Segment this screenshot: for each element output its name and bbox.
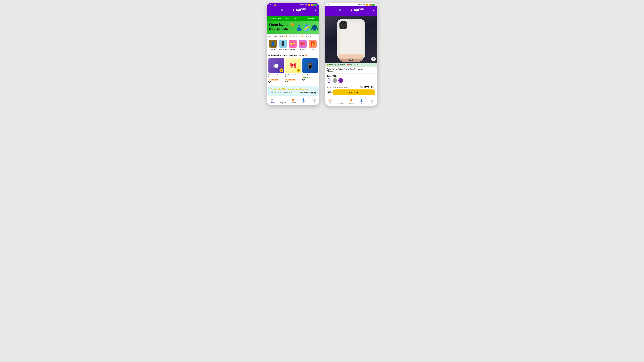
search-button-1[interactable]: 🔍 (281, 9, 284, 12)
nav-categories-1: Women Men Jewelry Home Beauty Electronic… (267, 16, 319, 20)
product-card-1[interactable]: 🍽️ + Purple Table Runner, S... 🔥 Crazy l… (268, 58, 284, 83)
product-card-2[interactable]: 🎀 + 1" x 25 Yards Red Ribb... 🔥 Crazy lo… (285, 58, 301, 83)
detail-price: $399 (327, 91, 331, 94)
strip-text2: 😍 Only 10 left (347, 64, 358, 65)
cart-label-2: Cart (371, 103, 373, 104)
unlock-badge-amount: $25 (371, 86, 374, 88)
action-bar: Add $25 to unlock free shipping FREE SHI… (325, 84, 377, 97)
category-icons-row: 👗 New in 📱 Social faves 💝 Tiny treats 🎀 … (267, 38, 319, 52)
categories-label-2: Categories (337, 103, 344, 104)
lens-4 (343, 26, 344, 28)
nav-electronics[interactable]: Electronics (306, 17, 317, 19)
haul-logo-1: haul beta ⌒ (293, 7, 306, 14)
nav-cart-btn-2[interactable]: 🛒 Cart (369, 99, 376, 104)
expand-icon[interactable]: ⌄ (374, 69, 376, 71)
nav-categories-btn[interactable]: ⠿ Categories (279, 98, 286, 103)
hero-banner: Warm layers. 🧡 Cool prices. 👗🎽🧥 (267, 20, 319, 34)
product-badge-2: 🔥 Crazy low (285, 79, 295, 81)
battery-1: 63+ (313, 4, 317, 6)
battery-2: 63+ (372, 4, 375, 6)
home-label-2: Home (328, 103, 332, 104)
back-button-1[interactable]: ← (269, 9, 272, 12)
close-button-2[interactable]: ✕ (373, 9, 375, 12)
nav-me-btn[interactable]: 👤 Me (300, 98, 307, 103)
unlock-shipping-row: Add $25 to unlock free shipping FREE SHI… (327, 86, 376, 88)
nav-home-btn[interactable]: 🏠 Home (268, 98, 276, 103)
cat-icon-social: 📱 (279, 40, 287, 48)
product-badge-3: 💚 Best s (302, 77, 310, 79)
banner-decoration: 👗🎽🧥 (294, 20, 319, 34)
search-button-2[interactable]: 🔍 (339, 9, 342, 12)
me-label-2: Me (360, 103, 362, 104)
lens-3 (340, 25, 343, 28)
cat-label-tiny: Tiny treats (289, 49, 296, 50)
swatch-gray[interactable] (332, 78, 337, 83)
cat-icon-tiny: 💝 (289, 40, 297, 48)
nav-me-btn-2[interactable]: 👤 Me (358, 99, 365, 104)
product-img-1: 🍽️ + (268, 58, 284, 73)
nav-beauty[interactable]: Beauty (298, 17, 306, 19)
product-grid: 🍽️ + Purple Table Runner, S... 🔥 Crazy l… (268, 58, 318, 83)
nav-crazy-btn-2[interactable]: 🔥 Crazy low (348, 99, 354, 104)
product-badge-1: 🔥 Crazy low (268, 79, 278, 81)
product-price-1: $499 (268, 81, 284, 83)
color-label: Color: White (327, 75, 376, 77)
nav-office[interactable]: Office (316, 17, 319, 19)
swatch-purple[interactable] (338, 78, 343, 83)
categories-icon-2: ⠿ (340, 99, 342, 102)
cat-tiny-treats[interactable]: 💝 Tiny treats (288, 40, 298, 50)
unlock-badge-text: FREE SHIPPING (360, 86, 370, 88)
cat-label-holiday: Holiday (300, 49, 305, 50)
cat-label-social: Social faves (279, 49, 287, 50)
pssst-title: Pssst. Add $25 more for free shipping! (270, 88, 316, 90)
strip-divider: | (346, 64, 346, 65)
screen1-home: 2:22 🌙 ◀ Camera 📶 🛜 63+ ← 🔍 haul beta ⌒ … (267, 3, 319, 105)
cat-new-in[interactable]: 👗 New in (268, 40, 278, 50)
swatch-white[interactable] (327, 78, 332, 83)
crazy-icon-2: 🔥 (349, 99, 353, 102)
nav-women[interactable]: Women (268, 17, 277, 19)
close-button-1[interactable]: ✕ (314, 9, 317, 12)
product-card-3[interactable]: 📱 Compatib... 💚 Best s $299 (302, 58, 318, 83)
status-bar-1: 2:22 🌙 ◀ Camera 📶 🛜 63+ (267, 3, 319, 6)
strip-text1: 😀 Free shipping on $25 (327, 64, 345, 65)
section-title: Unbelievable finds, crazy low prices 🔥 (268, 54, 318, 57)
shipping-badge: FREE SHIPPING $25 (299, 91, 316, 94)
shipping-label: Add $25 to unlock free shipping (270, 92, 292, 93)
nav-jewelry[interactable]: Jewelry (282, 17, 291, 19)
status-bar-2: 2:23 ◀ Camera 📶 🛜 63+ (325, 3, 377, 6)
cart-label: Cart (313, 102, 315, 103)
camera-back-2[interactable]: ◀ Camera (358, 4, 365, 6)
camera-bump (340, 21, 347, 29)
home-icon: 🏠 (270, 98, 274, 102)
product-image-area: 1/6 (325, 16, 377, 63)
product-name-1: Purple Table Runner, S... (268, 74, 284, 78)
nav-home[interactable]: Home (291, 17, 298, 19)
add-btn-1[interactable]: + (280, 68, 284, 72)
share-button[interactable] (371, 57, 376, 61)
product-title: Water Ripple Pattern Phone Case Compatib… (327, 68, 374, 72)
crazy-label-2: Crazy low (348, 103, 354, 104)
camera-back-1[interactable]: ◀ Camera (300, 4, 307, 6)
cat-holiday[interactable]: 🎀 Holiday (298, 40, 308, 50)
cat-social-faves[interactable]: 📱 Social faves (278, 40, 288, 50)
add-btn-2[interactable]: + (297, 68, 300, 72)
nav-cart-btn[interactable]: 🛒 Cart (310, 98, 318, 103)
beta-badge-1: beta (302, 8, 306, 9)
product-img-3: 📱 (302, 58, 318, 73)
nav-home-btn-2[interactable]: 🏠 Home (327, 99, 334, 104)
unlock-label: Add $25 to unlock free shipping (327, 86, 348, 88)
image-counter: 1/6 (349, 58, 353, 61)
nav-men[interactable]: Men (277, 17, 282, 19)
me-label: Me (302, 102, 304, 103)
cart-icon-2: 🛒 (370, 99, 374, 102)
crazy-label: Crazy low (290, 102, 296, 103)
unlock-badge: FREE SHIPPING $25 (359, 86, 376, 88)
add-to-cart-button[interactable]: Add to cart (332, 89, 376, 95)
cat-gifts[interactable]: 🎁 Gifts (308, 40, 318, 50)
nav-categories-btn-2[interactable]: ⠿ Categories (337, 99, 344, 104)
back-button-2[interactable]: ← (327, 9, 330, 12)
nav-crazy-btn[interactable]: 🔥 Crazy low (290, 98, 296, 103)
cat-icon-gifts: 🎁 (309, 40, 317, 48)
color-swatches (327, 78, 376, 83)
